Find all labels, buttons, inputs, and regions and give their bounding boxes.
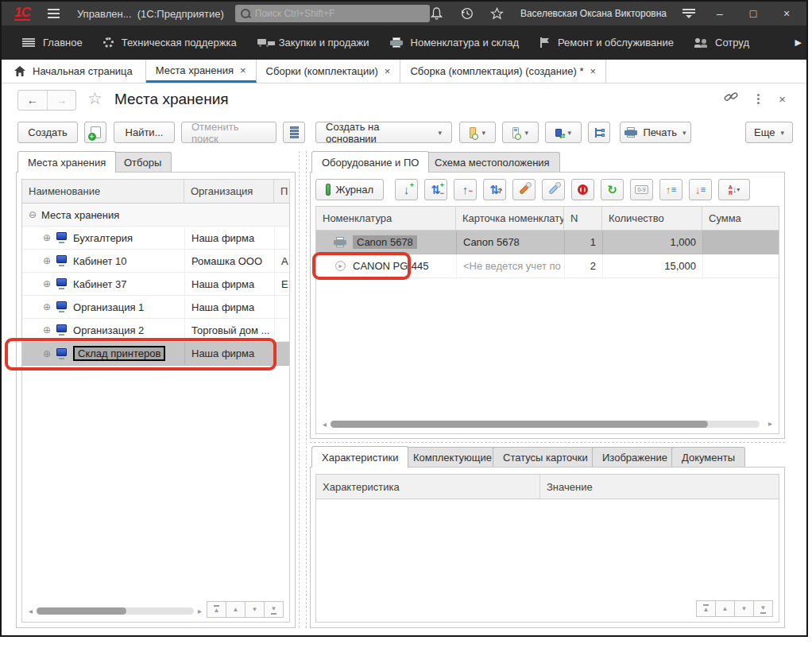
back-button[interactable]: ← (18, 91, 48, 110)
close-tab-icon[interactable]: × (240, 64, 246, 76)
close-tab-icon[interactable]: × (385, 65, 391, 77)
column-header-nomenclature[interactable]: Номенклатура (316, 207, 456, 230)
tree-row-organizaciya-1[interactable]: ⊕ Организация 1 Наша фирма (22, 296, 289, 319)
menu-item-tech-support[interactable]: Техническая поддержка (103, 37, 237, 49)
equipment-row-canon-5678[interactable]: Canon 5678 Canon 5678 1 1,000 (316, 231, 779, 254)
current-user-name[interactable]: Васелевская Оксана Викторовна (520, 8, 667, 19)
bottom-tab-documents[interactable]: Документы (671, 447, 745, 468)
go-prev-row-button[interactable]: ▲ (715, 600, 735, 617)
go-next-row-button[interactable]: ▼ (734, 600, 754, 617)
scrollbar-thumb[interactable] (331, 421, 708, 428)
close-form-icon[interactable]: × (779, 92, 786, 106)
history-icon[interactable] (460, 6, 474, 21)
tab-mesta-hraneniya[interactable]: Места хранения × (146, 60, 257, 83)
expand-icon[interactable]: ⊕ (43, 301, 51, 312)
create-based-on-button[interactable]: Создать на основании▾ (315, 122, 452, 143)
column-header-sum[interactable]: Сумма (702, 207, 779, 230)
print-button[interactable]: Печать▾ (620, 122, 691, 143)
inventory-numbers-button[interactable]: 0-9 (630, 179, 653, 200)
menu-overflow-chevron-icon[interactable]: ▶ (795, 37, 802, 48)
sort-button[interactable]: АЯ ↓ ▾ (718, 179, 750, 200)
tab-sborki-komplektacii[interactable]: Сборки (комплектации) × (257, 60, 401, 83)
notifications-bell-icon[interactable] (430, 6, 444, 21)
expand-icon[interactable]: ⊕ (43, 255, 51, 266)
move-up-button[interactable]: ↑≡ (659, 179, 682, 200)
stop-status-button[interactable] (571, 179, 594, 200)
tab-home-page[interactable]: Начальная страница (2, 60, 146, 83)
horizontal-splitter[interactable] (310, 442, 785, 443)
column-header-name[interactable]: Наименование (22, 180, 184, 203)
tab-sborka-sozdanie[interactable]: Сборка (комплектация) (создание) * × (400, 60, 606, 83)
expand-icon[interactable]: ⊕ (43, 278, 51, 289)
scrollbar-thumb[interactable] (37, 607, 126, 615)
bottom-tab-components[interactable]: Комплектующие (403, 447, 502, 468)
bottom-tab-characteristics[interactable]: Характеристики (311, 446, 408, 468)
column-header-organization[interactable]: Организация (184, 180, 274, 203)
exchange-dropdown-button[interactable]: ⇄ ▾ (545, 122, 582, 143)
tree-row-organizaciya-2[interactable]: ⊕ Организация 2 Торговый дом ... (22, 319, 289, 342)
tasks-dropdown-button[interactable]: ▾ (459, 122, 496, 143)
expand-icon[interactable]: ⊕ (43, 348, 51, 359)
tree-row-kabinet-10[interactable]: ⊕ Кабинет 10 Ромашка ООО А (22, 250, 289, 273)
go-prev-row-button[interactable]: ▲ (226, 601, 246, 618)
move-add-remove-button[interactable]: ⇅+− (424, 179, 447, 200)
column-header-p[interactable]: П (274, 180, 289, 203)
column-header-quantity[interactable]: Количество (602, 207, 702, 230)
expand-icon[interactable]: ⊕ (43, 324, 51, 336)
find-button[interactable]: Найти... (114, 122, 175, 143)
scroll-right-icon[interactable]: ▸ (768, 419, 772, 428)
move-question-button[interactable]: ⇅? (483, 179, 506, 200)
expand-icon[interactable]: ⊕ (43, 232, 51, 243)
add-to-favorites-star-icon[interactable]: ☆ (87, 89, 102, 108)
tree-root-row[interactable]: ⊖ Места хранения (22, 204, 289, 227)
menu-item-employees[interactable]: Сотруд (694, 37, 749, 49)
minimize-button[interactable]: – (711, 7, 729, 20)
tree-horizontal-scrollbar[interactable]: ◂ ▸ (29, 607, 202, 615)
move-down-button[interactable]: ↓≡ (689, 179, 712, 200)
menu-item-repair-service[interactable]: Ремонт и обслуживание (539, 37, 674, 49)
go-first-row-button[interactable]: ▲ (696, 600, 716, 617)
right-tab-location-scheme[interactable]: Схема местоположения (424, 152, 560, 173)
column-header-characteristic[interactable]: Характеристика (316, 475, 540, 499)
close-window-button[interactable]: × (778, 7, 795, 20)
reminders-dropdown-button[interactable]: ▾ (502, 122, 539, 143)
right-tab-equipment[interactable]: Оборудование и ПО (311, 151, 429, 173)
main-menu-icon[interactable] (48, 9, 60, 18)
more-actions-button[interactable]: Еще▾ (745, 122, 793, 143)
panel-splitter[interactable] (299, 151, 307, 628)
service-settings-icon[interactable] (682, 9, 695, 18)
remove-item-button[interactable]: ↑− (454, 179, 477, 200)
collapse-icon[interactable]: ⊖ (29, 209, 37, 220)
go-last-row-button[interactable]: ▼ (753, 600, 773, 617)
equipment-horizontal-scrollbar[interactable]: ◂ (323, 420, 760, 429)
forward-button[interactable]: → (48, 91, 76, 110)
close-tab-icon[interactable]: × (590, 65, 597, 77)
scroll-right-icon[interactable]: ▸ (198, 607, 202, 615)
list-view-mode-button[interactable] (283, 122, 305, 143)
column-header-n[interactable]: N (564, 207, 602, 230)
tree-row-sklad-printerov-selected[interactable]: ⊕ Склад принтеров Наша фирма (22, 342, 289, 366)
left-tab-storage-locations[interactable]: Места хранения (17, 151, 116, 173)
create-button[interactable]: Создать (17, 122, 78, 143)
column-header-value[interactable]: Значение (540, 475, 779, 499)
left-tab-filters[interactable]: Отборы (114, 152, 172, 173)
hierarchy-view-button[interactable] (588, 122, 610, 143)
column-header-card[interactable]: Карточка номенклатуры (456, 207, 564, 230)
go-first-row-button[interactable]: ▲ (207, 601, 226, 618)
scroll-left-icon[interactable]: ◂ (29, 607, 33, 615)
menu-item-glavnoe[interactable]: Главное (22, 37, 83, 49)
accept-item-button[interactable]: ↓+ (395, 179, 418, 200)
bottom-tab-card-statuses[interactable]: Статусы карточки (493, 447, 598, 468)
go-next-row-button[interactable]: ▼ (245, 601, 265, 618)
cancel-search-button[interactable]: Отменить поиск (181, 122, 276, 143)
maximize-button[interactable]: □ (744, 7, 762, 20)
scroll-left-icon[interactable]: ◂ (323, 420, 327, 429)
menu-item-nomenclature-warehouse[interactable]: Номенклатура и склад (390, 37, 519, 49)
bottom-tab-image[interactable]: Изображение (592, 447, 678, 468)
journal-button[interactable]: Журнал (315, 179, 384, 200)
global-search-input[interactable]: Поиск Ctrl+Shift+F (235, 5, 430, 22)
get-link-icon[interactable] (724, 91, 738, 106)
tree-row-buhgalteriya[interactable]: ⊕ Бухгалтерия Наша фирма (22, 227, 289, 250)
blue-marker-button[interactable] (542, 179, 565, 200)
tree-row-kabinet-37[interactable]: ⊕ Кабинет 37 Наша фирма Е (22, 273, 289, 296)
